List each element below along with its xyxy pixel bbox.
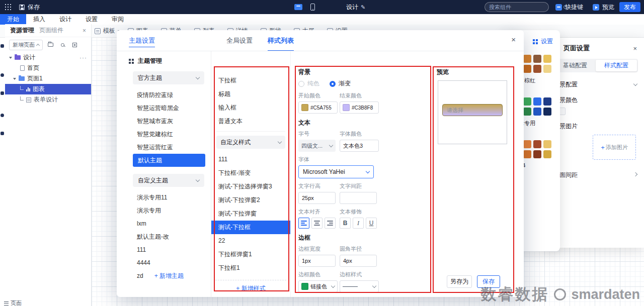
component-search[interactable] bbox=[485, 2, 549, 12]
tab-resource-manage[interactable]: 资源管理 bbox=[10, 26, 34, 35]
tab-page-components[interactable]: 页面组件 bbox=[39, 26, 63, 35]
line-height-input[interactable] bbox=[298, 192, 336, 204]
underline-button[interactable]: U bbox=[366, 218, 377, 229]
theme-item[interactable]: 默认主题-改 bbox=[117, 230, 211, 243]
search-pages-button[interactable] bbox=[58, 40, 67, 49]
style-item[interactable]: 下拉框弹窗1 bbox=[211, 248, 290, 261]
menu-tab-insert[interactable]: 插入 bbox=[26, 14, 52, 25]
start-color-input[interactable]: #C5A755 bbox=[298, 101, 338, 114]
border-radius-input[interactable] bbox=[340, 255, 377, 267]
align-left-button[interactable] bbox=[298, 218, 309, 229]
align-right-button[interactable] bbox=[325, 218, 336, 229]
bg-config-section[interactable]: 背景配置 bbox=[546, 72, 644, 89]
style-item[interactable]: 测试-下拉弹窗2 bbox=[211, 193, 290, 207]
tree-node-form[interactable]: 表单设计 bbox=[5, 94, 91, 105]
style-item[interactable]: 下拉框1 bbox=[211, 261, 290, 275]
add-image-upload[interactable]: + 添加图片 bbox=[593, 135, 636, 160]
border-width-input[interactable] bbox=[298, 255, 336, 267]
search-input[interactable] bbox=[489, 4, 560, 10]
theme-item[interactable]: 智慧城市蓝灰 bbox=[117, 115, 211, 128]
caret-down-icon[interactable] bbox=[13, 78, 16, 81]
font-size-select[interactable]: 四级文... bbox=[298, 140, 336, 152]
page-margin-row[interactable]: 页面间距 bbox=[546, 160, 644, 179]
tab-global-settings[interactable]: 全局设置 bbox=[226, 36, 253, 51]
save-button[interactable]: 保存 bbox=[19, 3, 40, 12]
menu-tab-design[interactable]: 设计 bbox=[52, 14, 78, 25]
style-item[interactable]: 测试-下拉选择弹窗3 bbox=[211, 180, 290, 193]
tab-basic-config[interactable]: 基础配置 bbox=[554, 60, 596, 71]
style-item[interactable]: 测试-下拉弹窗 bbox=[211, 207, 290, 221]
theme-item[interactable]: 智慧党建棕红 bbox=[117, 128, 211, 141]
border-style-select[interactable] bbox=[340, 280, 379, 292]
close-icon[interactable]: × bbox=[511, 35, 516, 44]
theme-item[interactable]: zd bbox=[137, 272, 143, 279]
style-item[interactable]: 111 bbox=[211, 153, 290, 166]
color-swatch[interactable] bbox=[301, 104, 308, 111]
theme-item[interactable]: 智慧运营红蓝 bbox=[117, 141, 211, 154]
tab-style-list[interactable]: 样式列表 bbox=[268, 36, 294, 51]
custom-style-group[interactable]: 自定义样式 bbox=[216, 136, 285, 149]
align-center-button[interactable] bbox=[311, 218, 323, 229]
menu-tab-start[interactable]: 开始 bbox=[0, 14, 26, 25]
caret-down-icon[interactable] bbox=[9, 57, 12, 60]
new-page-button[interactable]: 新增页面 bbox=[9, 40, 43, 50]
add-style-link[interactable]: + 新增样式 bbox=[211, 284, 290, 293]
theme-item[interactable]: 演示专用11 bbox=[117, 191, 211, 204]
theme-item-selected[interactable]: 默认主题 bbox=[133, 154, 205, 167]
edit-icon[interactable]: ✎ bbox=[361, 4, 365, 11]
tab-style-config[interactable]: 样式配置 bbox=[596, 60, 637, 71]
more-icon[interactable]: ··· bbox=[79, 54, 87, 61]
bold-button[interactable]: B bbox=[340, 218, 351, 229]
gradient-radio[interactable] bbox=[330, 81, 336, 87]
theme-item[interactable]: 4444 bbox=[117, 256, 211, 269]
font-color-input[interactable]: 文本色3 bbox=[340, 140, 379, 152]
color-swatch[interactable] bbox=[343, 104, 350, 111]
tree-node-home[interactable]: 首页 bbox=[5, 63, 91, 73]
close-icon[interactable]: × bbox=[633, 45, 637, 52]
close-icon[interactable]: × bbox=[83, 27, 86, 34]
rail-tool-icon[interactable] bbox=[1, 91, 4, 95]
add-theme-link[interactable]: + 新增主题 bbox=[154, 272, 184, 280]
app-grid-icon[interactable] bbox=[5, 4, 11, 10]
publish-button[interactable]: 发布 bbox=[619, 2, 640, 12]
menu-tab-review[interactable]: 审阅 bbox=[105, 14, 131, 25]
rail-tool-icon[interactable] bbox=[1, 73, 4, 77]
mobile-view-icon[interactable] bbox=[310, 4, 315, 11]
tree-node-chart-selected[interactable]: 图表 bbox=[5, 84, 91, 94]
official-theme-group[interactable]: 官方主题 bbox=[133, 71, 204, 84]
style-item[interactable]: 普通文本 bbox=[211, 115, 290, 128]
rail-tool-icon[interactable] bbox=[1, 132, 4, 135]
style-item[interactable]: 标题 bbox=[211, 87, 290, 101]
letter-spacing-input[interactable] bbox=[340, 192, 377, 204]
theme-item[interactable]: 111 bbox=[117, 243, 211, 256]
border-color-select[interactable]: 链接色 bbox=[298, 280, 338, 292]
italic-button[interactable]: I bbox=[353, 218, 364, 229]
preview-button[interactable]: 预览 bbox=[593, 0, 614, 14]
style-item[interactable]: 下拉框 bbox=[211, 74, 290, 87]
style-item-selected[interactable]: 测试-下拉框 bbox=[211, 221, 290, 234]
save-as-button[interactable]: 另存为 bbox=[447, 275, 472, 288]
theme-item[interactable]: 疫情防控蓝绿 bbox=[117, 88, 211, 101]
rail-tool-icon[interactable] bbox=[1, 114, 4, 117]
solid-radio[interactable] bbox=[298, 81, 304, 87]
tree-node-page1[interactable]: 页面1 bbox=[5, 73, 91, 84]
end-color-input[interactable]: #C3B8F8 bbox=[340, 101, 379, 114]
shortcut-button[interactable]: 快捷键 bbox=[555, 0, 583, 14]
style-item[interactable]: 输入框 bbox=[211, 101, 290, 115]
theme-item[interactable]: 演示专用 bbox=[117, 204, 211, 217]
theme-item[interactable]: 智慧运营暗黑金 bbox=[117, 101, 211, 115]
custom-theme-group[interactable]: 自定义主题 bbox=[133, 174, 204, 187]
style-item[interactable]: 22 bbox=[211, 234, 290, 248]
theme-item[interactable]: lxm bbox=[117, 217, 211, 230]
font-family-select[interactable]: Microsoft YaHei bbox=[298, 165, 374, 178]
new-folder-button[interactable] bbox=[46, 40, 55, 49]
save-button[interactable]: 保存 bbox=[477, 275, 500, 288]
tree-node-design[interactable]: 设计 ··· bbox=[5, 52, 91, 63]
style-item[interactable]: 下拉框-渐变 bbox=[211, 166, 290, 180]
menu-tab-settings[interactable]: 设置 bbox=[78, 14, 105, 25]
rail-tool-icon[interactable] bbox=[1, 44, 4, 48]
color-swatch[interactable] bbox=[301, 283, 308, 290]
font-family-label: 字体 bbox=[298, 156, 434, 163]
expand-button[interactable] bbox=[70, 40, 79, 49]
desktop-view-icon[interactable] bbox=[294, 4, 302, 10]
